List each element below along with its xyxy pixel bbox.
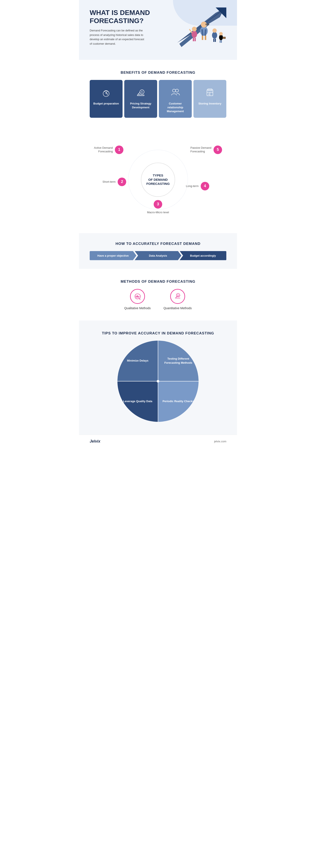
pie-quarter-reality-checks: Periodic Reality Checks — [158, 381, 199, 422]
tip-label-leverage-data: Leverage Quality Data — [121, 398, 154, 405]
type-label-3: Macro-Micro level — [147, 211, 169, 214]
crm-icon — [169, 86, 181, 98]
types-center-circle: TYPES OF DEMAND FORECASTING — [141, 163, 175, 197]
svg-line-13 — [189, 30, 192, 32]
pie-quarter-minimize-delays: Minimize Delays — [117, 341, 158, 381]
benefit-card-inventory: Storing Inventory — [194, 80, 226, 118]
svg-point-12 — [192, 27, 197, 31]
type-label-2: Short-term — [103, 180, 115, 183]
footer-url: jelvix.com — [214, 440, 226, 443]
page-title: WHAT IS DEMAND FORECASTING? — [90, 8, 158, 25]
svg-rect-23 — [221, 40, 222, 43]
type-label-1: Active DemandForecasting — [94, 146, 113, 153]
forecast-section: HOW TO ACCURATELY FORECAST DEMAND Have a… — [79, 233, 237, 269]
types-diagram: TYPES OF DEMAND FORECASTING Active Deman… — [90, 139, 226, 220]
type-badge-4: 4 — [201, 182, 209, 190]
header-section: WHAT IS DEMAND FORECASTING? Demand Forec… — [79, 0, 237, 60]
types-center-title: TYPES OF DEMAND FORECASTING — [146, 173, 170, 186]
svg-marker-1 — [177, 8, 224, 43]
benefits-section: BENEFITS OF DEMAND FORECASTING $ Budget … — [79, 60, 237, 126]
pie-quarter-leverage-data: Leverage Quality Data — [117, 381, 158, 422]
tip-label-minimize-delays: Minimize Delays — [125, 357, 150, 364]
svg-rect-8 — [202, 36, 203, 40]
svg-rect-24 — [223, 37, 226, 39]
benefits-title: BENEFITS OF DEMAND FORECASTING — [90, 70, 226, 75]
pie-chart-container: Minimize Delays Testing Different Foreca… — [90, 341, 226, 422]
method-item-qualitative: Qualitative Methods — [124, 289, 151, 310]
type-item-5: 5 Passive DemandForecasting — [190, 146, 222, 154]
svg-rect-31 — [137, 95, 144, 96]
step-1: Have a proper objective — [90, 251, 136, 260]
svg-point-33 — [176, 89, 178, 92]
qualitative-label: Qualitative Methods — [124, 306, 151, 310]
svg-text:$: $ — [106, 92, 107, 94]
svg-rect-14 — [193, 38, 194, 41]
type-item-2: Short-term 2 — [103, 178, 126, 186]
svg-rect-15 — [195, 38, 196, 41]
tips-title: TIPS TO IMPROVE ACCURACY IN DEMAND FOREC… — [90, 331, 226, 336]
type-badge-1: 1 — [115, 146, 124, 154]
benefits-grid: $ Budget preparation $ Pricing Strategy … — [90, 80, 226, 118]
benefit-card-budget: $ Budget preparation — [90, 80, 122, 118]
hero-illustration — [165, 0, 237, 56]
pricing-icon: $ — [135, 86, 147, 98]
benefit-label-pricing: Pricing Strategy Development — [128, 102, 154, 110]
footer: Jelvix jelvix.com — [79, 435, 237, 448]
tips-section: TIPS TO IMPROVE ACCURACY IN DEMAND FOREC… — [79, 320, 237, 435]
footer-logo: Jelvix — [90, 439, 100, 444]
svg-point-16 — [212, 32, 217, 39]
step-3: Budget accordingly — [180, 251, 226, 260]
svg-line-44 — [176, 297, 177, 298]
methods-title: METHODS OF DEMAND FORECASTING — [90, 279, 226, 284]
benefit-label-crm: Customer relationship Management — [162, 102, 188, 114]
quantitative-icon: % — [170, 289, 185, 304]
method-item-quantitative: % Quantitative Methods — [164, 289, 192, 310]
tip-label-testing-methods: Testing Different Forecasting Methods — [158, 355, 199, 366]
qualitative-icon — [130, 289, 145, 304]
benefit-label-inventory: Storing Inventory — [198, 102, 221, 105]
step-2: Data Analysis — [135, 251, 181, 260]
type-item-1: Active DemandForecasting 1 — [94, 146, 124, 154]
benefit-card-crm: Customer relationship Management — [159, 80, 192, 118]
steps-flow: Have a proper objective Data Analysis Bu… — [90, 251, 226, 260]
svg-point-17 — [212, 28, 217, 33]
budget-icon: $ — [100, 86, 112, 98]
svg-rect-9 — [205, 36, 206, 40]
type-label-4: Long-term — [186, 184, 199, 188]
header-description: Demand Forecasting can be defined as the… — [90, 28, 145, 46]
svg-point-4 — [200, 26, 208, 36]
svg-point-21 — [219, 32, 223, 35]
methods-grid: Qualitative Methods % Quantitative Metho… — [90, 289, 226, 310]
svg-text:$: $ — [141, 91, 143, 93]
pie-quarter-testing-methods: Testing Different Forecasting Methods — [158, 341, 199, 381]
svg-rect-10 — [205, 24, 209, 25]
svg-rect-18 — [213, 39, 214, 42]
svg-rect-19 — [215, 39, 216, 42]
benefit-label-budget: Budget preparation — [93, 102, 119, 105]
type-label-5: Passive DemandForecasting — [190, 146, 211, 153]
benefit-card-pricing: $ Pricing Strategy Development — [124, 80, 157, 118]
quantitative-label: Quantitative Methods — [164, 306, 192, 310]
svg-point-11 — [191, 31, 197, 38]
methods-section: METHODS OF DEMAND FORECASTING Qualitativ… — [79, 269, 237, 320]
type-badge-2: 2 — [118, 178, 126, 186]
pie-chart: Minimize Delays Testing Different Foreca… — [117, 341, 199, 422]
type-badge-5: 5 — [213, 146, 222, 154]
svg-rect-22 — [220, 40, 220, 43]
forecast-title: HOW TO ACCURATELY FORECAST DEMAND — [90, 242, 226, 246]
inventory-icon — [204, 86, 216, 98]
pie-center-dot — [157, 380, 159, 382]
types-section: TYPES OF DEMAND FORECASTING Active Deman… — [79, 126, 237, 233]
svg-point-32 — [173, 89, 176, 92]
svg-text:%: % — [177, 294, 179, 296]
type-item-4: 4 Long-term — [186, 182, 209, 190]
tip-label-reality-checks: Periodic Reality Checks — [161, 398, 196, 405]
